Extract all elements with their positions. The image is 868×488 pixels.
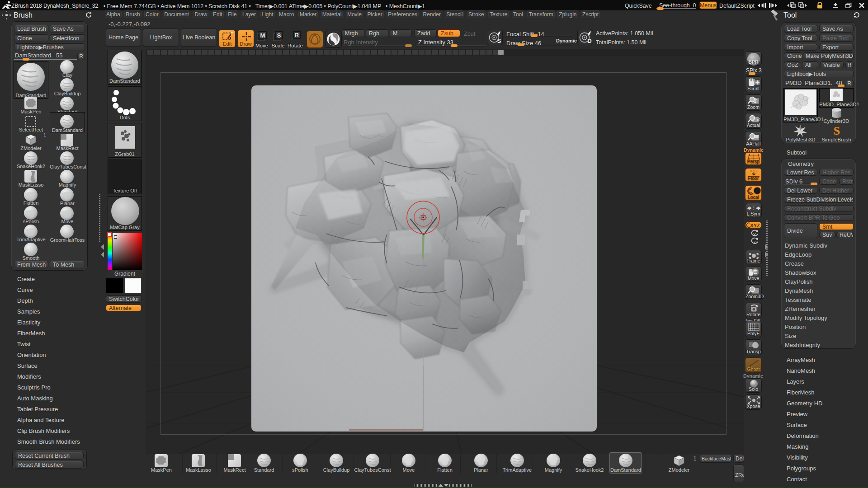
- svg-text:D: D: [587, 38, 591, 44]
- svg-text:S: S: [834, 125, 840, 137]
- svg-text:X Y Z: X Y Z: [750, 169, 758, 173]
- svg-text:Y: Y: [753, 232, 756, 237]
- svg-text:M: M: [260, 32, 265, 39]
- svg-text:Z: Z: [753, 240, 756, 244]
- svg-text:R: R: [295, 32, 299, 38]
- svg-text:S: S: [497, 38, 501, 44]
- svg-text:x1: x1: [757, 117, 760, 122]
- svg-text:S: S: [277, 32, 281, 39]
- svg-text:XYZ: XYZ: [750, 223, 760, 228]
